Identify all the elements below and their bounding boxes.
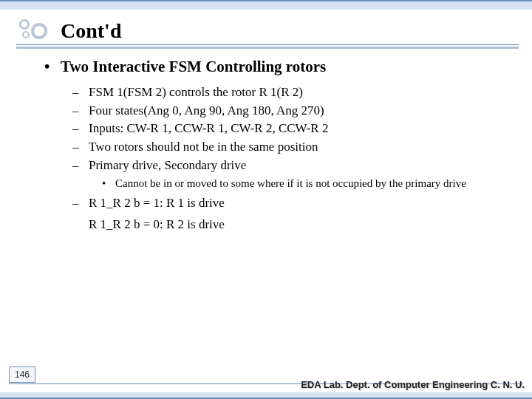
item-text: Primary drive, Secondary drive	[89, 158, 246, 172]
bullet-decor-icon	[0, 16, 52, 46]
item-text: Four states(Ang 0, Ang 90, Ang 180, Ang …	[89, 103, 324, 117]
drive-text: R 1_R 2 b = 0: R 2 is drive	[89, 217, 225, 231]
title-row: Cont'd	[0, 16, 532, 46]
drive-line: –R 1_R 2 b = 1: R 1 is drive	[72, 194, 510, 213]
content-area: •Two Interactive FSM Controlling rotors …	[44, 58, 510, 233]
sub-note: •Cannot be in or moved to some where if …	[102, 176, 510, 191]
list-item: –Four states(Ang 0, Ang 90, Ang 180, Ang…	[72, 102, 510, 120]
drive-line: R 1_R 2 b = 0: R 2 is drive	[72, 216, 510, 234]
top-border	[0, 0, 532, 10]
heading-level1: •Two Interactive FSM Controlling rotors	[44, 58, 510, 76]
slide-title: Cont'd	[61, 19, 121, 43]
item-text: Inputs: CW-R 1, CCW-R 1, CW-R 2, CCW-R 2	[89, 121, 328, 135]
drive-text: R 1_R 2 b = 1: R 1 is drive	[89, 196, 225, 210]
list-item: –FSM 1(FSM 2) controls the rotor R 1(R 2…	[72, 83, 510, 102]
heading-text: Two Interactive FSM Controlling rotors	[61, 58, 326, 75]
subnote-text: Cannot be in or moved to some where if i…	[115, 177, 466, 189]
item-text: FSM 1(FSM 2) controls the rotor R 1(R 2)	[89, 85, 303, 99]
footer-text: EDA Lab. Dept. of Computer Engineering C…	[301, 379, 525, 390]
list-item: –Primary drive, Secondary drive	[72, 157, 510, 175]
list-item: –Inputs: CW-R 1, CCW-R 1, CW-R 2, CCW-R …	[72, 120, 510, 138]
list-item: –Two rotors should not be in the same po…	[72, 138, 510, 157]
bottom-border	[0, 392, 532, 399]
page-number: 146	[9, 366, 35, 383]
title-underline	[16, 44, 519, 49]
item-text: Two rotors should not be in the same pos…	[89, 140, 318, 154]
